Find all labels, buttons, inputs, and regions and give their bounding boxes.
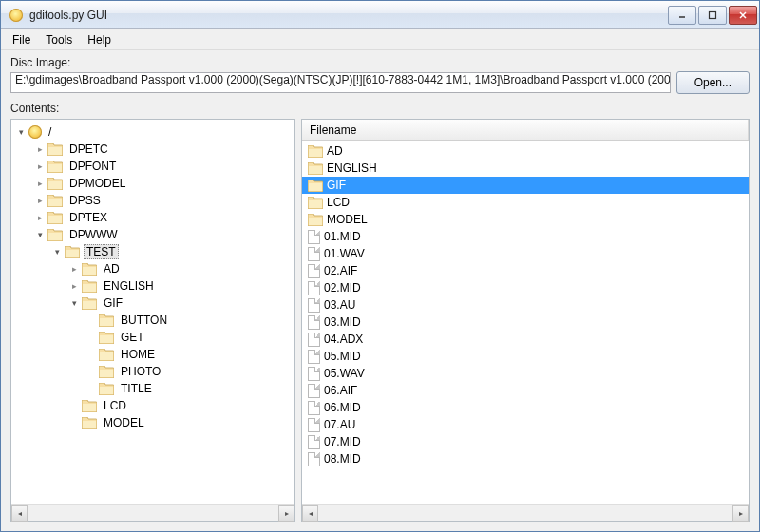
tree-node-label: /: [46, 124, 54, 140]
list-item[interactable]: 02.AIF: [302, 262, 749, 279]
disc-image-path-input[interactable]: E:\gdimages\Broadband Passport v1.000 (2…: [10, 72, 671, 93]
tree-root-node[interactable]: /: [13, 124, 293, 141]
tree-node[interactable]: HOME: [13, 346, 293, 363]
window-controls: [666, 6, 757, 25]
list-item[interactable]: 01.WAV: [302, 245, 749, 262]
expand-toggle-icon[interactable]: [34, 161, 46, 172]
list-item-label: MODEL: [327, 213, 368, 226]
expand-toggle-icon[interactable]: [34, 212, 46, 223]
open-button[interactable]: Open...: [676, 71, 750, 94]
file-icon: [308, 264, 320, 278]
file-list: ADENGLISHGIFLCDMODEL01.MID01.WAV02.AIF02…: [302, 141, 749, 469]
tree-node[interactable]: GIF: [13, 294, 293, 312]
tree-node[interactable]: PHOTO: [13, 363, 293, 380]
disc-image-section: Disc Image: E:\gdimages\Broadband Passpo…: [10, 56, 750, 94]
expand-toggle-icon[interactable]: [51, 246, 63, 257]
scroll-left-icon[interactable]: ◂: [302, 505, 318, 522]
list-item-label: 02.AIF: [324, 264, 357, 277]
folder-icon: [308, 162, 323, 175]
close-button[interactable]: [729, 6, 757, 25]
tree-node[interactable]: MODEL: [13, 414, 293, 431]
list-item[interactable]: LCD: [302, 194, 749, 211]
folder-icon: [48, 143, 63, 156]
file-icon: [308, 384, 320, 398]
tree-node[interactable]: GET: [13, 329, 293, 346]
tree-node-label: DPWWW: [66, 227, 121, 242]
expand-toggle-icon[interactable]: [15, 126, 27, 138]
tree-node-label: ENGLISH: [101, 278, 157, 294]
list-item[interactable]: 05.WAV: [302, 365, 749, 382]
folder-icon: [82, 417, 97, 429]
list-item[interactable]: 03.MID: [302, 314, 749, 331]
folder-icon: [82, 280, 97, 293]
tree-scroll[interactable]: /DPETCDPFONTDPMODELDPSSDPTEXDPWWWTESTADE…: [11, 120, 294, 504]
maximize-button[interactable]: [698, 6, 727, 25]
menu-tools[interactable]: Tools: [38, 31, 80, 48]
expand-toggle-icon[interactable]: [34, 143, 46, 155]
list-item-label: 06.AIF: [324, 384, 357, 397]
scroll-left-icon[interactable]: ◂: [11, 505, 28, 522]
tree-node[interactable]: TEST: [13, 243, 293, 260]
tree-node[interactable]: DPTEX: [13, 209, 293, 226]
scroll-right-icon[interactable]: ▸: [732, 505, 749, 522]
content-area: Disc Image: E:\gdimages\Broadband Passpo…: [1, 50, 759, 531]
tree-node[interactable]: AD: [13, 260, 293, 277]
filelist-hscroll[interactable]: ◂ ▸: [302, 504, 749, 521]
list-item[interactable]: MODEL: [302, 211, 749, 228]
tree-node[interactable]: DPMODEL: [13, 175, 293, 192]
list-item[interactable]: 08.MID: [302, 450, 749, 467]
list-item-label: AD: [327, 144, 343, 158]
menu-file[interactable]: File: [5, 31, 38, 48]
list-item[interactable]: 06.AIF: [302, 382, 749, 399]
minimize-button[interactable]: [668, 6, 696, 25]
list-item-label: 05.WAV: [324, 367, 365, 380]
list-item[interactable]: 07.MID: [302, 433, 749, 450]
expand-toggle-icon[interactable]: [34, 229, 46, 240]
tree-node[interactable]: BUTTON: [13, 312, 293, 329]
expand-toggle-icon[interactable]: [34, 195, 46, 206]
tree-hscroll[interactable]: ◂ ▸: [11, 504, 294, 521]
contents-label: Contents:: [10, 102, 750, 115]
scroll-right-icon[interactable]: ▸: [278, 505, 294, 522]
list-item[interactable]: AD: [302, 142, 749, 160]
list-item-label: 01.MID: [324, 230, 361, 243]
file-icon: [308, 230, 320, 244]
expand-toggle-icon[interactable]: [68, 297, 80, 309]
titlebar: gditools.py GUI: [1, 1, 759, 29]
list-item[interactable]: ENGLISH: [302, 160, 749, 177]
tree-node[interactable]: DPSS: [13, 192, 293, 209]
expand-toggle-icon[interactable]: [34, 178, 46, 189]
list-item[interactable]: 03.AU: [302, 296, 749, 314]
tree-node-label: DPSS: [66, 193, 104, 208]
expand-toggle-icon[interactable]: [68, 280, 80, 292]
tree-node-label: MODEL: [101, 415, 147, 430]
list-item[interactable]: GIF: [302, 177, 749, 194]
folder-icon: [308, 180, 323, 192]
menu-help[interactable]: Help: [80, 31, 119, 48]
tree-node-label: DPETC: [66, 142, 111, 157]
list-item[interactable]: 05.MID: [302, 348, 749, 365]
filelist-scroll[interactable]: ADENGLISHGIFLCDMODEL01.MID01.WAV02.AIF02…: [302, 141, 749, 504]
list-item-label: LCD: [327, 196, 350, 209]
tree-node[interactable]: TITLE: [13, 380, 293, 397]
list-item[interactable]: 02.MID: [302, 279, 749, 296]
folder-icon: [99, 383, 114, 395]
folder-icon: [308, 145, 323, 158]
expand-toggle-icon[interactable]: [68, 263, 80, 275]
list-item[interactable]: 04.ADX: [302, 331, 749, 348]
list-item-label: 07.MID: [324, 435, 361, 448]
tree-node-label: DPTEX: [66, 210, 110, 225]
tree-node[interactable]: ENGLISH: [13, 277, 293, 294]
list-item[interactable]: 07.AU: [302, 416, 749, 433]
tree-node-label: TITLE: [118, 381, 155, 396]
file-icon: [308, 418, 320, 432]
tree-node[interactable]: DPFONT: [13, 158, 293, 175]
tree-node[interactable]: DPWWW: [13, 226, 293, 243]
list-item[interactable]: 01.MID: [302, 228, 749, 245]
tree-node[interactable]: DPETC: [13, 141, 293, 158]
column-filename[interactable]: Filename: [302, 120, 749, 140]
list-item-label: 03.AU: [324, 298, 355, 312]
tree-node[interactable]: LCD: [13, 397, 293, 414]
list-item[interactable]: 06.MID: [302, 399, 749, 416]
folder-icon: [308, 197, 323, 209]
